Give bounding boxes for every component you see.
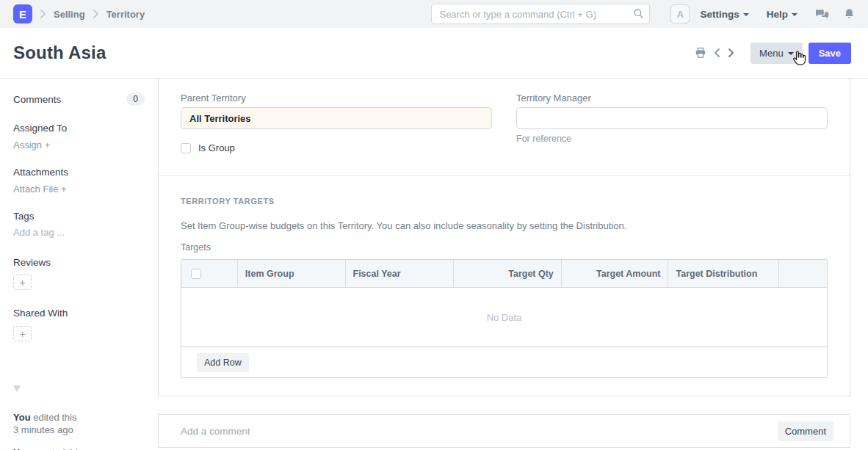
- comments-count-badge: 0: [126, 92, 145, 106]
- next-document-icon[interactable]: [728, 48, 734, 58]
- form-sidebar: Comments 0 Assigned To Assign + Attachme…: [0, 79, 158, 449]
- is-group-label: Is Group: [198, 142, 235, 153]
- assign-button[interactable]: Assign +: [13, 139, 145, 150]
- comment-button[interactable]: Comment: [778, 421, 833, 441]
- grid-column-item-group[interactable]: Item Group: [238, 260, 346, 287]
- territory-manager-label: Territory Manager: [516, 92, 828, 104]
- help-menu[interactable]: Help: [767, 9, 798, 20]
- form-section-details: Parent Territory Is Group Territory Mana…: [159, 79, 850, 176]
- share-button[interactable]: +: [13, 326, 32, 341]
- created-by-user: You: [13, 447, 31, 450]
- add-tag-input[interactable]: Add a tag ...: [13, 227, 145, 238]
- search-icon[interactable]: [633, 8, 644, 22]
- app-logo[interactable]: E: [13, 4, 32, 23]
- targets-grid-label: Targets: [181, 242, 828, 253]
- form-card: Parent Territory Is Group Territory Mana…: [158, 79, 850, 396]
- tags-heading: Tags: [13, 211, 145, 222]
- chevron-down-icon: [792, 13, 798, 16]
- created-log: You created this: [13, 446, 145, 450]
- user-avatar[interactable]: A: [670, 4, 690, 23]
- section-description: Set Item Group-wise budgets on this Terr…: [181, 220, 828, 231]
- global-search: [431, 4, 650, 24]
- form-section-territory-targets: TERRITORY TARGETS Set Item Group-wise bu…: [159, 176, 850, 378]
- add-row-button[interactable]: Add Row: [197, 353, 249, 372]
- created-action-text: created this: [31, 447, 83, 450]
- select-all-checkbox[interactable]: [191, 269, 201, 279]
- grid-header-select-cell: [181, 260, 238, 287]
- save-button[interactable]: Save: [809, 43, 851, 64]
- like-heart-icon[interactable]: ♥: [13, 381, 145, 396]
- grid-column-target-amount[interactable]: Target Amount: [562, 260, 669, 287]
- attach-file-button[interactable]: Attach File +: [13, 184, 145, 195]
- menu-button[interactable]: Menu: [751, 43, 803, 64]
- reviews-heading: Reviews: [13, 257, 145, 268]
- is-group-checkbox[interactable]: [181, 143, 191, 153]
- settings-menu[interactable]: Settings: [700, 9, 748, 20]
- grid-column-target-qty[interactable]: Target Qty: [454, 260, 562, 287]
- notification-bell-icon[interactable]: [844, 8, 855, 20]
- breadcrumb-selling[interactable]: Selling: [54, 9, 85, 20]
- form-main: Parent Territory Is Group Territory Mana…: [158, 79, 850, 449]
- content-layout: Comments 0 Assigned To Assign + Attachme…: [0, 79, 868, 449]
- grid-column-fiscal-year[interactable]: Fiscal Year: [346, 260, 455, 287]
- grid-column-target-distribution[interactable]: Target Distribution: [668, 260, 779, 287]
- breadcrumb-territory[interactable]: Territory: [106, 9, 145, 20]
- targets-grid-footer: Add Row: [181, 346, 827, 377]
- sidebar-comments-link[interactable]: Comments: [13, 94, 61, 105]
- chat-messages-icon[interactable]: [815, 8, 829, 20]
- section-title: TERRITORY TARGETS: [181, 197, 828, 206]
- menu-button-label: Menu: [759, 48, 784, 59]
- territory-manager-help: For reference: [516, 134, 828, 144]
- edited-time: 3 minutes ago: [13, 424, 73, 435]
- comment-box: Comment: [158, 414, 850, 448]
- print-icon[interactable]: [695, 47, 706, 59]
- attachments-heading: Attachments: [13, 167, 145, 178]
- breadcrumb-chevron-icon: [40, 10, 46, 18]
- parent-territory-label: Parent Territory: [181, 92, 492, 104]
- search-input[interactable]: [431, 4, 650, 24]
- parent-territory-input[interactable]: [181, 107, 492, 129]
- edited-action-text: edited this: [31, 412, 77, 423]
- add-review-button[interactable]: +: [13, 275, 32, 290]
- targets-grid-body: No Data: [181, 288, 827, 346]
- edited-by-user: You: [13, 412, 31, 423]
- targets-grid-header: Item Group Fiscal Year Target Qty Target…: [181, 260, 827, 288]
- chevron-down-icon: [743, 13, 749, 16]
- grid-column-actions: [779, 260, 827, 287]
- page-header: South Asia Menu Save: [0, 28, 868, 79]
- previous-document-icon[interactable]: [714, 48, 720, 58]
- help-label: Help: [767, 9, 788, 20]
- page-actions: Menu Save: [695, 43, 851, 64]
- shared-with-heading: Shared With: [13, 308, 145, 319]
- territory-manager-input[interactable]: [516, 107, 828, 129]
- chevron-down-icon: [788, 52, 794, 55]
- page-title: South Asia: [13, 43, 106, 63]
- no-data-text: No Data: [487, 312, 522, 323]
- breadcrumb-chevron-icon: [93, 10, 99, 18]
- navbar: E Selling Territory A Settings Help: [0, 0, 868, 28]
- settings-label: Settings: [700, 9, 739, 20]
- targets-grid: Item Group Fiscal Year Target Qty Target…: [181, 259, 828, 378]
- assigned-to-heading: Assigned To: [13, 123, 145, 134]
- edited-log: You edited this 3 minutes ago: [13, 411, 145, 436]
- comment-input[interactable]: [181, 426, 778, 437]
